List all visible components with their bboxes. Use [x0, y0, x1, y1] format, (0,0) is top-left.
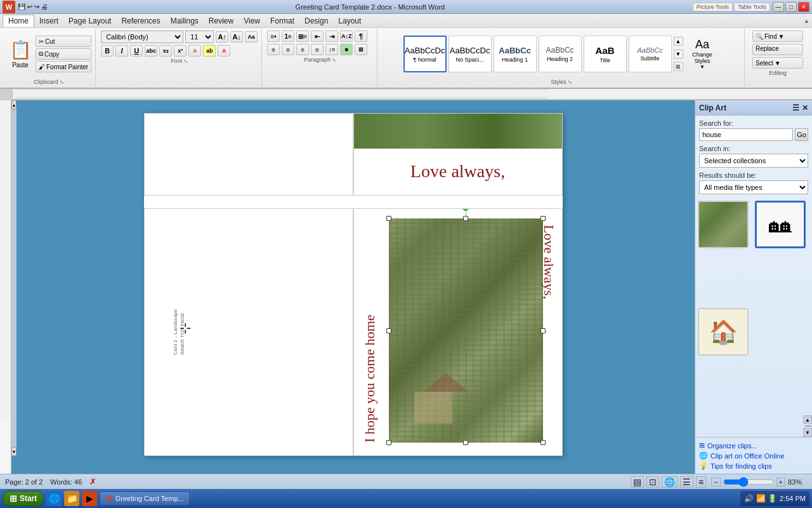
handle-bc[interactable] [463, 440, 468, 445]
handle-ml[interactable] [386, 328, 391, 333]
handle-tl[interactable] [386, 216, 391, 221]
full-screen-view[interactable]: ⊡ [646, 476, 659, 488]
page-up-button[interactable]: ▲ [11, 100, 16, 109]
save-btn-quick[interactable]: 💾 [18, 3, 25, 10]
scrollbar-thumb[interactable] [804, 425, 812, 427]
scrollbar-up-button[interactable]: ▲ [803, 415, 812, 424]
style-normal[interactable]: AaBbCcDc ¶ Normal [403, 36, 447, 72]
draft-view[interactable]: ≡ [696, 476, 706, 488]
office-online-link[interactable]: 🌐 Clip art on Office Online [699, 451, 808, 460]
paste-button[interactable]: 📋 Paste [6, 35, 34, 73]
outline-view[interactable]: ☰ [680, 476, 693, 488]
cut-button[interactable]: ✂Cut [36, 36, 91, 47]
print-layout-view[interactable]: ▤ [631, 476, 644, 488]
web-layout-view[interactable]: 🌐 [662, 476, 678, 488]
sort-button[interactable]: A↕Z [340, 30, 353, 42]
ribbon-collapse[interactable]: ▲ [804, 18, 809, 24]
undo-btn-quick[interactable]: ↩ [27, 3, 32, 10]
zoom-in-button[interactable]: + [776, 478, 785, 486]
styles-scroll-down[interactable]: ▼ [674, 50, 683, 58]
handle-tr[interactable] [540, 216, 546, 221]
font-color-button[interactable]: A [218, 45, 230, 57]
tips-link[interactable]: 💡 Tips for finding clips [699, 462, 808, 470]
results-type-select[interactable]: All media file types [699, 180, 808, 194]
taskbar-word-button[interactable]: W Greeting Card Temp... [100, 491, 189, 505]
bullets-button[interactable]: ≡• [267, 30, 280, 42]
organize-clips-link[interactable]: ⊞ Organize clips... [699, 441, 808, 450]
decrease-indent-button[interactable]: ⇤ [311, 30, 324, 42]
zoom-out-button[interactable]: − [711, 478, 720, 486]
styles-scroll-up[interactable]: ▲ [674, 37, 683, 46]
taskbar-media-player[interactable]: ▶ [82, 491, 97, 506]
format-painter-button[interactable]: 🖌Format Painter [36, 61, 91, 72]
go-button[interactable]: Go [795, 128, 808, 141]
increase-indent-button[interactable]: ⇥ [325, 30, 338, 42]
close-button[interactable]: ✕ [798, 2, 809, 12]
search-in-select[interactable]: Selected collections [699, 154, 808, 168]
clip-art-close-icon[interactable]: ✕ [802, 104, 808, 112]
menu-insert[interactable]: Insert [34, 15, 63, 27]
styles-expand-button[interactable]: ⊞ [674, 62, 683, 71]
align-center-button[interactable]: ≡ [282, 44, 294, 55]
menu-home[interactable]: Home [3, 15, 34, 27]
taskbar-file-explorer[interactable]: 📁 [64, 491, 79, 506]
style-no-spacing[interactable]: AaBbCcDc No Spaci... [449, 36, 492, 72]
strikethrough-button[interactable]: abc [145, 45, 157, 57]
zoom-slider[interactable] [723, 479, 774, 485]
menu-format[interactable]: Format [265, 15, 299, 27]
text-effects-button[interactable]: A [188, 45, 201, 57]
menu-design[interactable]: Design [299, 15, 333, 27]
redo-btn-quick[interactable]: ↪ [34, 3, 39, 10]
subscript-button[interactable]: x₂ [159, 45, 172, 57]
styles-expand-icon[interactable]: ⤡ [568, 79, 572, 85]
clip-art-result-2[interactable]: 🏘 [755, 201, 806, 248]
print-btn-quick[interactable]: 🖨 [41, 3, 48, 10]
menu-review[interactable]: Review [204, 15, 239, 27]
clip-art-menu-icon[interactable]: ☰ [792, 104, 799, 112]
handle-bl[interactable] [386, 440, 391, 445]
spell-check-icon[interactable]: ✗ [89, 477, 96, 486]
start-button[interactable]: ⊞ Start [3, 491, 44, 506]
clear-format-button[interactable]: Aa [245, 31, 258, 43]
show-marks-button[interactable]: ¶ [355, 30, 367, 42]
zoom-level[interactable]: 83% [788, 478, 807, 486]
superscript-button[interactable]: x² [174, 45, 187, 57]
copy-button[interactable]: ⧉Copy [36, 48, 91, 60]
align-right-button[interactable]: ≡ [296, 44, 309, 55]
change-styles-button[interactable]: Aa ChangeStyles ▼ [685, 36, 720, 72]
clipboard-expand-icon[interactable]: ⤡ [60, 79, 64, 85]
style-heading1[interactable]: AaBbCc Heading 1 [494, 36, 537, 72]
font-name-select[interactable]: Calibri (Body) [101, 30, 183, 43]
border-button[interactable]: ⊞ [355, 44, 367, 55]
grow-font-button[interactable]: A↑ [216, 31, 228, 43]
find-button[interactable]: 🔍Find ▼ [752, 30, 803, 42]
style-title[interactable]: AaB Title [584, 36, 627, 72]
doc-image-container[interactable] [389, 218, 543, 443]
menu-page-layout[interactable]: Page Layout [63, 15, 116, 27]
page-down-button[interactable]: ▼ [11, 447, 16, 456]
move-cursor-icon[interactable]: ⊹ [180, 320, 191, 337]
menu-layout[interactable]: Layout [333, 15, 366, 27]
justify-button[interactable]: ≡ [311, 44, 324, 55]
bold-button[interactable]: B [101, 45, 114, 57]
paragraph-expand-icon[interactable]: ⤡ [332, 57, 336, 63]
taskbar-internet-explorer[interactable]: 🌐 [46, 491, 62, 506]
rotation-handle[interactable] [462, 208, 469, 211]
italic-button[interactable]: I [115, 45, 128, 57]
line-spacing-button[interactable]: ↕≡ [325, 44, 338, 55]
style-subtitle[interactable]: AaBbCc Subtitle [629, 36, 672, 72]
numbering-button[interactable]: 1≡ [282, 30, 294, 42]
multilevel-button[interactable]: ⊞≡ [296, 30, 309, 42]
underline-button[interactable]: U [130, 45, 143, 57]
menu-view[interactable]: View [239, 15, 265, 27]
search-input[interactable] [699, 128, 793, 141]
replace-button[interactable]: Replace [752, 44, 803, 55]
align-left-button[interactable]: ≡ [267, 44, 280, 55]
menu-mailings[interactable]: Mailings [166, 15, 204, 27]
shading-button[interactable]: ■ [340, 44, 353, 55]
clip-art-result-3[interactable]: 🏠 [698, 308, 749, 356]
clip-art-result-1[interactable] [698, 201, 749, 248]
style-heading2[interactable]: AaBbCc Heading 2 [539, 36, 582, 72]
highlight-button[interactable]: ab [203, 45, 216, 57]
select-button[interactable]: Select ▼ [752, 57, 803, 69]
